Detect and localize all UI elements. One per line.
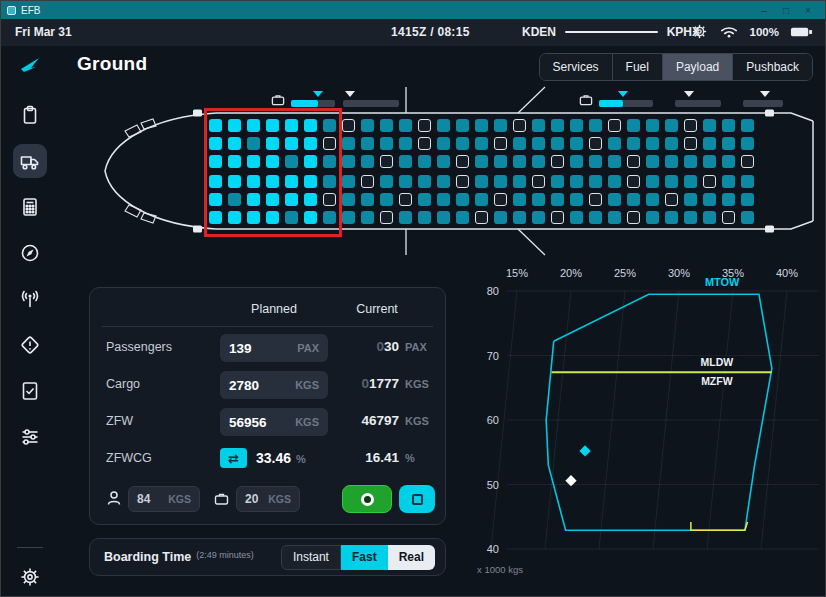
seat[interactable] (532, 137, 545, 150)
seat[interactable] (475, 155, 488, 168)
seat[interactable] (684, 193, 697, 206)
seat[interactable] (627, 193, 640, 206)
tab-payload[interactable]: Payload (662, 54, 732, 80)
seat[interactable] (608, 137, 621, 150)
seat[interactable] (418, 211, 431, 224)
seat[interactable] (665, 119, 678, 132)
seat[interactable] (665, 193, 678, 206)
seat[interactable] (684, 155, 697, 168)
seat[interactable] (741, 193, 754, 206)
fwd-cargo-bar-1[interactable] (291, 100, 335, 107)
seat[interactable] (418, 119, 431, 132)
seat[interactable] (456, 137, 469, 150)
seat[interactable] (494, 193, 507, 206)
seat[interactable] (475, 137, 488, 150)
seat[interactable] (703, 119, 716, 132)
seat[interactable] (494, 211, 507, 224)
seat[interactable] (456, 211, 469, 224)
seat[interactable] (646, 175, 659, 188)
close-button[interactable]: × (797, 2, 819, 19)
seat[interactable] (342, 119, 355, 132)
sidebar-item-atc[interactable] (13, 282, 47, 316)
seat[interactable] (418, 193, 431, 206)
seat[interactable] (456, 193, 469, 206)
passengers-planned-input[interactable]: 139 PAX (220, 334, 328, 362)
seat[interactable] (475, 175, 488, 188)
seat[interactable] (722, 211, 735, 224)
seat[interactable] (722, 175, 735, 188)
seat[interactable] (608, 211, 621, 224)
seat[interactable] (513, 155, 526, 168)
sidebar-item-failures[interactable] (13, 328, 47, 362)
seat[interactable] (665, 175, 678, 188)
seat[interactable] (684, 211, 697, 224)
seat[interactable] (494, 175, 507, 188)
seat[interactable] (684, 175, 697, 188)
seat[interactable] (399, 211, 412, 224)
seat[interactable] (380, 119, 393, 132)
seat[interactable] (551, 155, 564, 168)
seat[interactable] (722, 193, 735, 206)
cargo-target-marker[interactable] (684, 91, 694, 97)
gear-icon[interactable] (691, 23, 708, 40)
seat[interactable] (513, 211, 526, 224)
sidebar-item-presets[interactable] (13, 420, 47, 454)
seat[interactable] (627, 155, 640, 168)
seat[interactable] (475, 119, 488, 132)
seat[interactable] (646, 211, 659, 224)
seat[interactable] (741, 175, 754, 188)
seat[interactable] (703, 155, 716, 168)
seat[interactable] (627, 175, 640, 188)
seat[interactable] (741, 137, 754, 150)
seat[interactable] (551, 193, 564, 206)
seat[interactable] (437, 175, 450, 188)
seat[interactable] (703, 211, 716, 224)
seat[interactable] (627, 119, 640, 132)
sidebar-item-performance[interactable] (13, 190, 47, 224)
sidebar-item-checklists[interactable] (13, 374, 47, 408)
seat[interactable] (456, 119, 469, 132)
seat[interactable] (665, 155, 678, 168)
seat[interactable] (570, 175, 583, 188)
sidebar-item-navigation[interactable] (13, 236, 47, 270)
seat[interactable] (532, 155, 545, 168)
seat[interactable] (361, 211, 374, 224)
seat[interactable] (475, 211, 488, 224)
seat[interactable] (532, 211, 545, 224)
seat[interactable] (684, 119, 697, 132)
seat[interactable] (627, 211, 640, 224)
sidebar-item-dashboard[interactable] (13, 98, 47, 132)
seat[interactable] (722, 119, 735, 132)
boarding-option-fast[interactable]: Fast (341, 545, 388, 570)
maximize-button[interactable]: □ (775, 2, 797, 19)
fwd-cargo-bar-2[interactable] (343, 100, 399, 107)
seat[interactable] (589, 155, 602, 168)
seat[interactable] (475, 193, 488, 206)
seat[interactable] (570, 119, 583, 132)
seat[interactable] (608, 119, 621, 132)
seat[interactable] (551, 119, 564, 132)
seat[interactable] (608, 175, 621, 188)
seat[interactable] (342, 175, 355, 188)
aft-cargo-bar-1[interactable] (599, 100, 653, 107)
seat[interactable] (494, 137, 507, 150)
seat[interactable] (570, 193, 583, 206)
seat[interactable] (361, 119, 374, 132)
sidebar-item-settings[interactable] (19, 566, 41, 588)
aft-cargo-bar-3[interactable] (743, 100, 783, 107)
seat[interactable] (342, 193, 355, 206)
seat[interactable] (608, 193, 621, 206)
seat[interactable] (703, 175, 716, 188)
seat[interactable] (361, 155, 374, 168)
zfw-planned-input[interactable]: 56956 KGS (220, 408, 328, 436)
seat[interactable] (361, 193, 374, 206)
seat[interactable] (589, 175, 602, 188)
seat[interactable] (589, 137, 602, 150)
seat[interactable] (703, 193, 716, 206)
seat[interactable] (684, 137, 697, 150)
seat[interactable] (551, 211, 564, 224)
seat[interactable] (437, 211, 450, 224)
seat[interactable] (399, 119, 412, 132)
seat[interactable] (741, 155, 754, 168)
seat[interactable] (570, 211, 583, 224)
